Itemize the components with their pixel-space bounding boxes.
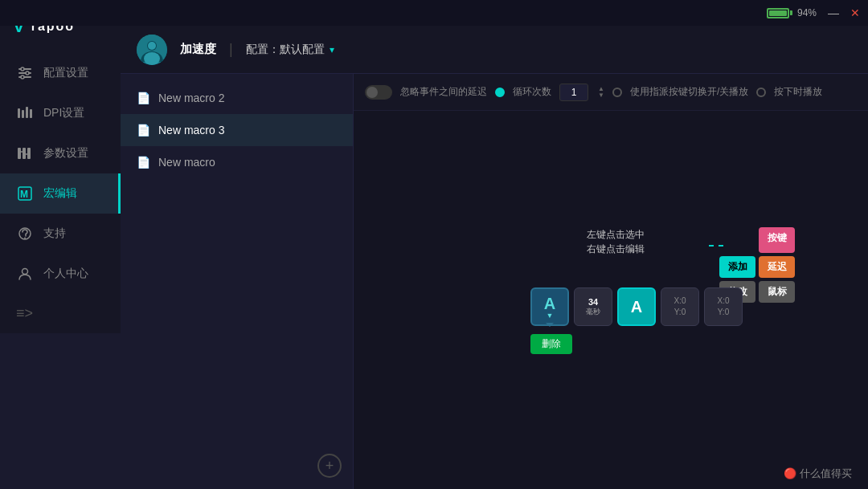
loop-count-input[interactable]: 1 <box>559 84 588 101</box>
svg-point-3 <box>21 67 24 71</box>
file-icon: 📄 <box>137 156 150 169</box>
delay-toggle-label: 忽略事件之间的延迟 <box>400 85 487 99</box>
header-divider: | <box>229 41 233 58</box>
file-icon: 📄 <box>137 92 150 104</box>
macro-icon: M <box>16 185 34 202</box>
watermark-logo: 🔴 <box>784 467 800 479</box>
config-arrow-icon: ▾ <box>330 44 334 55</box>
sidebar-item-config[interactable]: 配置设置 <box>0 53 121 93</box>
config-label: 配置：默认配置 <box>246 43 325 57</box>
macro-item-label: New macro 2 <box>158 92 224 104</box>
support-icon <box>16 225 34 242</box>
svg-point-4 <box>26 71 29 75</box>
key-button[interactable]: 按键 <box>759 227 795 253</box>
close-button[interactable]: ✕ <box>850 6 860 19</box>
macro-list-panel: 📄 New macro 2 📄 New macro 3 📄 New macro … <box>121 74 354 489</box>
macro-list: 📄 New macro 2 📄 New macro 3 📄 New macro <box>121 74 353 442</box>
loop-spin-buttons[interactable]: ▲ ▼ <box>598 86 604 99</box>
svg-point-22 <box>148 42 156 50</box>
macro-item-macro3[interactable]: 📄 New macro 3 <box>121 114 353 146</box>
svg-point-23 <box>144 52 160 65</box>
svg-rect-12 <box>27 148 31 159</box>
svg-rect-11 <box>23 148 26 159</box>
macro-item-macro2[interactable]: 📄 New macro 2 <box>121 82 353 114</box>
sidebar-label-profile: 个人中心 <box>43 267 88 281</box>
settings-icon <box>16 64 34 82</box>
macro-item-label: New macro 3 <box>158 124 224 137</box>
config-selector[interactable]: 配置：默认配置 ▾ <box>246 43 334 57</box>
user-icon <box>16 265 34 283</box>
svg-rect-8 <box>26 107 28 118</box>
switch-radio[interactable] <box>612 88 622 97</box>
spin-down[interactable]: ▼ <box>598 92 604 99</box>
svg-text:M: M <box>20 189 28 200</box>
popup-top-row: 按键 <box>719 227 795 253</box>
switch-label: 使用指派按键切换开/关播放 <box>630 85 748 99</box>
collapse-button[interactable]: ≡> <box>0 294 121 333</box>
title-bar: 94% — ✕ <box>0 0 868 26</box>
delay-button[interactable]: 延迟 <box>759 256 795 278</box>
node-key-a-active[interactable]: A <box>617 287 656 326</box>
node-key-a[interactable]: A ▼ <box>530 287 569 326</box>
macro-item-macro1[interactable]: 📄 New macro <box>121 146 353 178</box>
svg-rect-10 <box>18 148 21 159</box>
add-button[interactable]: 添加 <box>719 256 755 278</box>
content-area: 📄 New macro 2 📄 New macro 3 📄 New macro … <box>121 74 868 489</box>
delete-area: 删除 <box>530 334 572 354</box>
svg-point-18 <box>24 238 26 239</box>
hold-radio[interactable] <box>756 88 766 97</box>
minimize-button[interactable]: — <box>828 6 839 19</box>
file-icon: 📄 <box>137 124 150 137</box>
cursor-button[interactable]: 鼠标 <box>759 281 795 303</box>
popup-instruction: 左键点击选中 右键点击编辑 <box>587 227 645 256</box>
add-macro-button[interactable]: + <box>317 454 342 478</box>
sidebar: V rapoo 配置设置 DPI设置 <box>0 0 121 333</box>
hold-label: 按下时播放 <box>774 85 822 99</box>
macro-editor-panel: 忽略事件之间的延迟 循环次数 1 ▲ ▼ 使用指派按键切换开/关播放 按下时播放… <box>354 74 868 489</box>
sidebar-label-support: 支持 <box>43 226 66 241</box>
params-icon <box>16 145 34 162</box>
delete-button[interactable]: 删除 <box>530 334 572 354</box>
sidebar-label-macro: 宏编辑 <box>43 186 77 201</box>
node-coord-2[interactable]: X:0 Y:0 <box>704 287 743 326</box>
macro-add-area: + <box>121 442 353 489</box>
macro-item-label: New macro <box>158 156 215 169</box>
sidebar-item-params[interactable]: 参数设置 <box>0 133 121 173</box>
popup-middle-row: 添加 延迟 <box>719 256 795 278</box>
sidebar-item-support[interactable]: 支持 <box>0 214 121 254</box>
sidebar-item-profile[interactable]: 个人中心 <box>0 254 121 294</box>
avatar <box>137 35 167 65</box>
node-coord-1[interactable]: X:0 Y:0 <box>661 287 699 326</box>
loop-radio[interactable] <box>495 88 505 97</box>
loop-label: 循环次数 <box>513 85 551 99</box>
battery-label: 94% <box>797 7 817 18</box>
sidebar-label-params: 参数设置 <box>43 146 88 161</box>
svg-rect-7 <box>22 110 24 118</box>
header-title: 加速度 <box>180 42 216 57</box>
node-time[interactable]: 34 毫秒 <box>574 287 612 326</box>
action-popup: 左键点击选中 右键点击编辑 按键 添加 延迟 修改 <box>587 227 645 263</box>
sidebar-item-dpi[interactable]: DPI设置 <box>0 93 121 133</box>
watermark: 🔴 什么值得买 <box>784 467 852 481</box>
sidebar-label-dpi: DPI设置 <box>43 106 84 120</box>
sidebar-item-macro[interactable]: M 宏编辑 <box>0 173 121 214</box>
battery-icon <box>767 8 792 18</box>
nodes-container: A ▼ 34 毫秒 A X:0 Y:0 <box>530 287 743 326</box>
window-controls: — ✕ <box>828 6 860 19</box>
svg-point-5 <box>21 75 24 79</box>
editor-toolbar: 忽略事件之间的延迟 循环次数 1 ▲ ▼ 使用指派按键切换开/关播放 按下时播放 <box>354 74 868 111</box>
sidebar-label-config: 配置设置 <box>43 66 88 80</box>
dpi-icon <box>16 104 34 122</box>
delay-toggle[interactable] <box>365 85 392 100</box>
editor-canvas: 左键点击选中 右键点击编辑 按键 添加 延迟 修改 <box>354 111 868 489</box>
header: 加速度 | 配置：默认配置 ▾ <box>121 26 868 74</box>
svg-rect-9 <box>30 109 32 118</box>
svg-rect-6 <box>18 108 20 118</box>
battery-display: 94% <box>767 7 817 18</box>
svg-point-19 <box>23 269 28 275</box>
